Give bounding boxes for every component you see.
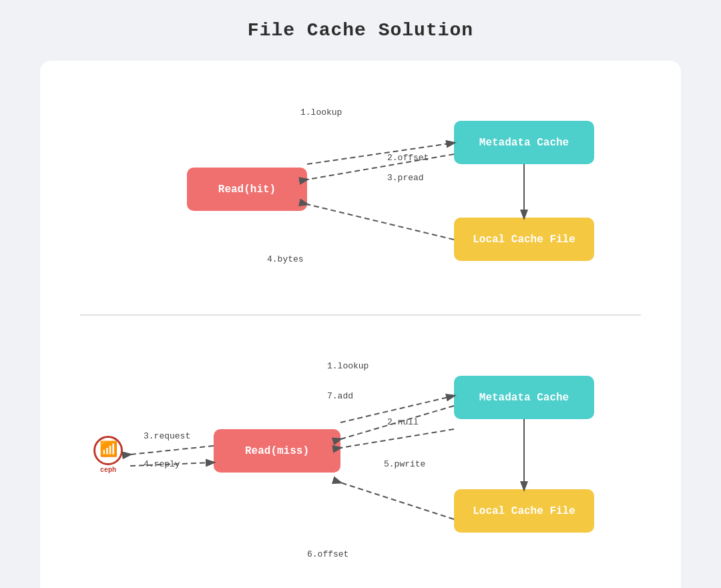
label-3-pread: 3.pread (387, 173, 424, 183)
diagram-container: Read(hit) Metadata Cache Local Cache Fil… (40, 61, 681, 588)
svg-line-6 (340, 429, 454, 448)
svg-line-0 (307, 143, 454, 164)
label-4-bytes: 4.bytes (267, 254, 304, 264)
read-miss-box: Read(miss) (214, 429, 340, 473)
label2-1-lookup: 1.lookup (327, 361, 369, 371)
ceph-circle: 📶 (93, 436, 123, 465)
ceph-icon: 📶 ceph (93, 436, 123, 474)
label2-7-add: 7.add (327, 391, 353, 401)
label2-5-pwrite: 5.pwrite (384, 459, 425, 469)
svg-line-10 (340, 483, 454, 519)
label2-3-request: 3.request (144, 431, 190, 441)
local-cache-file-box-2: Local Cache File (454, 489, 594, 533)
local-cache-file-box-1: Local Cache File (454, 218, 594, 261)
scenario-read-miss: 📶 ceph Read(miss) Metadata Cache Local C… (80, 342, 641, 583)
label2-2-null: 2.null (387, 417, 419, 427)
metadata-cache-box-2: Metadata Cache (454, 376, 594, 419)
label-2-offset: 2.offset (387, 153, 429, 163)
label-1-lookup: 1.lookup (300, 107, 342, 117)
read-hit-box: Read(hit) (187, 168, 307, 211)
svg-line-7 (130, 446, 214, 455)
ceph-wifi-icon: 📶 (99, 443, 117, 458)
divider (80, 314, 641, 316)
label2-6-offset: 6.offset (307, 549, 348, 559)
label2-4-reply: 4.reply (144, 459, 180, 469)
svg-line-3 (307, 204, 454, 240)
page-title: File Cache Solution (248, 20, 473, 41)
metadata-cache-box-1: Metadata Cache (454, 121, 594, 164)
scenario-read-hit: Read(hit) Metadata Cache Local Cache Fil… (80, 87, 641, 288)
svg-line-1 (307, 154, 454, 180)
